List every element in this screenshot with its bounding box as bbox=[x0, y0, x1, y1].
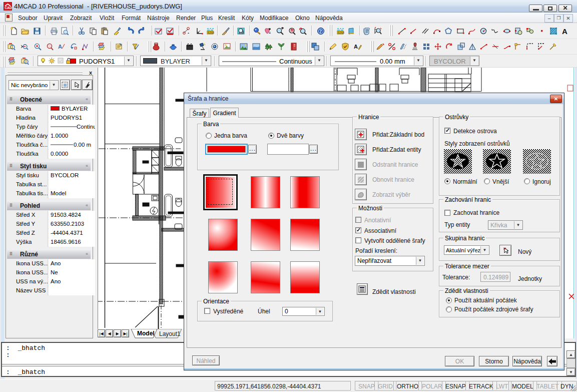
svg-text:A: A bbox=[562, 27, 567, 35]
svg-text:SJUS: SJUS bbox=[338, 31, 344, 34]
svg-text:SJUS: SJUS bbox=[208, 31, 214, 34]
svg-text:CAD: CAD bbox=[5, 6, 12, 10]
svg-text:?: ? bbox=[319, 29, 322, 34]
svg-text:A: A bbox=[354, 44, 358, 50]
svg-text:A: A bbox=[58, 44, 62, 50]
